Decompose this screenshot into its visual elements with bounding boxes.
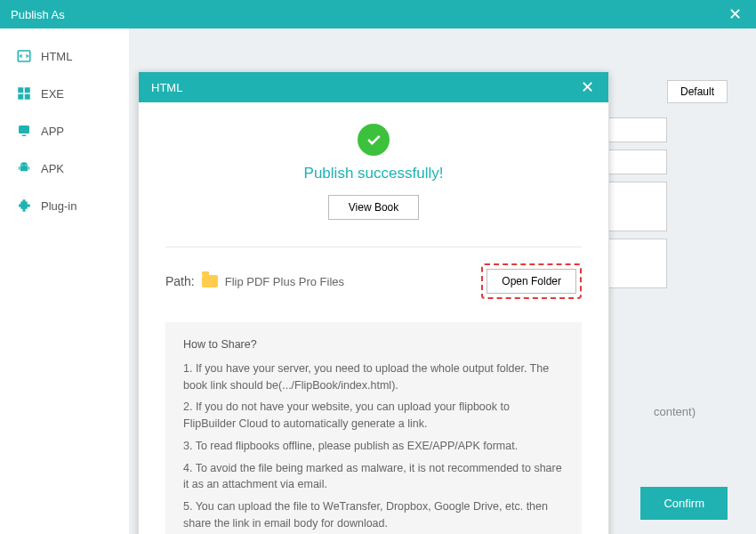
sidebar-item-app[interactable]: APP [0, 112, 129, 150]
share-item: 3. To read flipbooks offline, please pub… [183, 438, 564, 455]
svg-point-8 [25, 165, 26, 166]
hint-text: content) [654, 405, 696, 418]
open-folder-button[interactable]: Open Folder [487, 269, 576, 294]
svg-rect-10 [28, 166, 29, 170]
share-item: 4. To avoid the file being marked as mal… [183, 460, 564, 494]
svg-rect-4 [25, 94, 30, 100]
success-check-icon [358, 124, 390, 156]
open-folder-callout: Open Folder [481, 263, 582, 299]
window-titlebar: Publish As ✕ [0, 0, 756, 28]
sidebar: HTML EXE APP APK Plug-in [0, 28, 129, 534]
confirm-button[interactable]: Confirm [640, 487, 728, 520]
output-path-row: Path: Flip PDF Plus Pro Files Open Folde… [165, 263, 582, 303]
sidebar-item-apk[interactable]: APK [0, 150, 129, 187]
svg-point-7 [21, 165, 22, 166]
sidebar-item-label: EXE [41, 87, 64, 101]
folder-icon [202, 275, 218, 287]
svg-rect-1 [18, 87, 23, 93]
sidebar-item-label: APK [41, 162, 64, 175]
path-value: Flip PDF Plus Pro Files [225, 275, 482, 288]
svg-rect-9 [19, 166, 20, 170]
share-item: 1. If you have your server, you need to … [183, 360, 564, 394]
divider [165, 247, 582, 247]
default-button[interactable]: Default [667, 80, 728, 103]
app-icon [16, 123, 32, 139]
html-icon [16, 48, 32, 64]
sidebar-item-exe[interactable]: EXE [0, 75, 129, 112]
close-icon[interactable]: ✕ [724, 4, 745, 24]
dialog-title: HTML [151, 81, 578, 94]
sidebar-item-label: HTML [41, 50, 72, 63]
sidebar-item-html[interactable]: HTML [0, 37, 129, 75]
window-title: Publish As [11, 8, 724, 21]
success-message: Publish successfully! [165, 165, 582, 182]
dialog-close-icon[interactable]: ✕ [578, 77, 596, 97]
sidebar-item-label: APP [41, 125, 64, 138]
plugin-icon [16, 198, 32, 214]
share-instructions: How to Share? 1. If you have your server… [165, 322, 582, 534]
sidebar-item-label: Plug-in [41, 199, 76, 213]
dialog-titlebar: HTML ✕ [139, 72, 608, 102]
svg-rect-5 [19, 125, 29, 134]
svg-rect-2 [25, 87, 30, 93]
svg-rect-6 [22, 135, 27, 137]
android-icon [16, 160, 32, 176]
share-title: How to Share? [183, 336, 564, 353]
share-item: 5. You can upload the file to WeTransfer… [183, 498, 564, 532]
windows-icon [16, 85, 32, 101]
share-item: 2. If you do not have your website, you … [183, 399, 564, 433]
view-book-button[interactable]: View Book [328, 195, 419, 220]
path-label: Path: [165, 274, 195, 288]
sidebar-item-plugin[interactable]: Plug-in [0, 187, 129, 224]
publish-success-dialog: HTML ✕ Publish successfully! View Book P… [138, 71, 609, 534]
svg-rect-3 [18, 94, 23, 100]
